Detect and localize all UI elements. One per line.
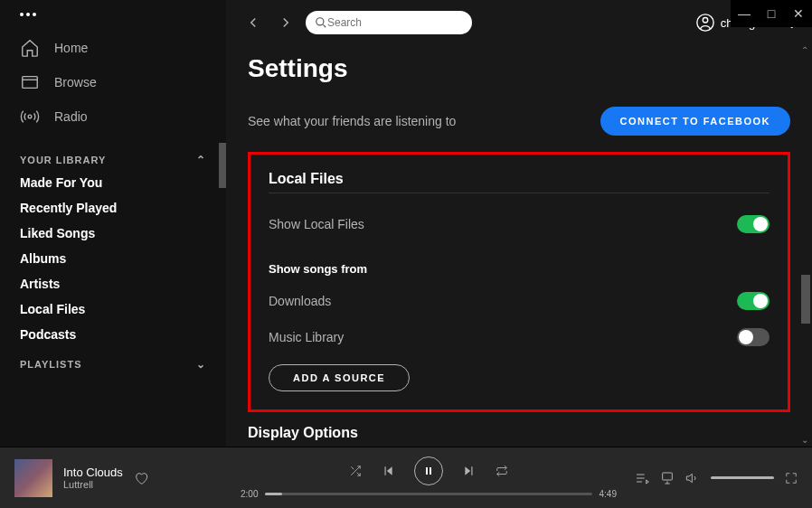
close-button[interactable]: ✕ bbox=[785, 0, 812, 27]
radio-icon bbox=[20, 107, 40, 127]
sidebar-item-liked-songs[interactable]: Liked Songs bbox=[0, 221, 226, 246]
nav-radio[interactable]: Radio bbox=[0, 99, 226, 134]
downloads-toggle[interactable] bbox=[737, 292, 770, 310]
progress-bar[interactable] bbox=[265, 493, 591, 495]
friends-activity-text: See what your friends are listening to bbox=[248, 114, 456, 128]
next-button[interactable] bbox=[463, 465, 476, 477]
sidebar-scrollbar[interactable] bbox=[219, 143, 226, 188]
home-icon bbox=[20, 38, 40, 58]
search-icon bbox=[315, 16, 327, 29]
like-button[interactable] bbox=[134, 471, 148, 485]
duration-time: 4:49 bbox=[600, 489, 617, 499]
repeat-button[interactable] bbox=[496, 465, 508, 477]
svg-rect-5 bbox=[426, 467, 428, 475]
music-library-label: Music Library bbox=[269, 330, 344, 344]
user-icon bbox=[695, 13, 715, 33]
volume-icon[interactable] bbox=[685, 471, 700, 485]
search-input[interactable] bbox=[327, 16, 463, 29]
sidebar-item-podcasts[interactable]: Podcasts bbox=[0, 322, 226, 347]
back-button[interactable] bbox=[241, 10, 266, 35]
window-controls: — □ ✕ bbox=[731, 0, 812, 27]
scroll-thumb[interactable] bbox=[801, 275, 810, 324]
previous-button[interactable] bbox=[382, 465, 394, 477]
connect-facebook-button[interactable]: CONNECT TO FACEBOOK bbox=[600, 107, 790, 136]
scroll-down-icon[interactable]: ⌄ bbox=[801, 435, 808, 445]
nav-browse-label: Browse bbox=[54, 75, 97, 89]
now-playing: Into Clouds Luttrell bbox=[14, 459, 241, 497]
elapsed-time: 2:00 bbox=[241, 489, 258, 499]
local-files-heading: Local Files bbox=[269, 171, 770, 187]
nav-home-label: Home bbox=[54, 41, 88, 55]
show-local-files-label: Show Local Files bbox=[269, 217, 364, 231]
track-title[interactable]: Into Clouds bbox=[63, 466, 123, 479]
shuffle-button[interactable] bbox=[349, 465, 362, 477]
show-local-files-toggle[interactable] bbox=[737, 215, 770, 233]
playlists-heading: PLAYLISTS ⌄ bbox=[0, 347, 226, 374]
more-menu-button[interactable] bbox=[0, 13, 226, 16]
page-title: Settings bbox=[248, 54, 790, 83]
scroll-up-icon[interactable]: ⌃ bbox=[801, 45, 808, 55]
svg-point-2 bbox=[316, 18, 324, 25]
sidebar-item-artists[interactable]: Artists bbox=[0, 271, 226, 296]
devices-button[interactable] bbox=[660, 471, 675, 485]
display-options-heading: Display Options bbox=[248, 425, 790, 441]
chevron-down-icon[interactable]: ⌄ bbox=[196, 358, 206, 371]
pause-button[interactable] bbox=[414, 456, 443, 485]
main-scrollbar[interactable]: ⌃ ⌄ bbox=[798, 45, 812, 508]
sidebar-item-local-files[interactable]: Local Files bbox=[0, 296, 226, 322]
search-box[interactable] bbox=[306, 11, 472, 34]
browse-icon bbox=[20, 72, 40, 92]
music-library-toggle[interactable] bbox=[737, 328, 770, 346]
sidebar-item-albums[interactable]: Albums bbox=[0, 246, 226, 271]
volume-slider[interactable] bbox=[711, 476, 774, 479]
queue-button[interactable] bbox=[635, 471, 649, 485]
downloads-label: Downloads bbox=[269, 294, 331, 308]
chevron-up-icon[interactable]: ⌃ bbox=[196, 154, 206, 166]
divider bbox=[269, 193, 770, 193]
minimize-button[interactable]: — bbox=[731, 0, 758, 27]
sidebar: Home Browse Radio YOUR LIBRARY ⌃ Made Fo… bbox=[0, 0, 226, 508]
svg-point-4 bbox=[703, 18, 708, 24]
player-bar: Into Clouds Luttrell 2:00 4:49 bbox=[0, 447, 812, 508]
track-artist[interactable]: Luttrell bbox=[63, 479, 123, 490]
svg-rect-6 bbox=[430, 467, 431, 475]
show-songs-from-heading: Show songs from bbox=[269, 262, 770, 276]
add-source-button[interactable]: ADD A SOURCE bbox=[269, 364, 410, 391]
nav-home[interactable]: Home bbox=[0, 31, 226, 65]
album-art[interactable] bbox=[14, 459, 52, 497]
nav-radio-label: Radio bbox=[54, 109, 88, 124]
svg-rect-7 bbox=[663, 473, 673, 480]
nav-browse[interactable]: Browse bbox=[0, 65, 226, 99]
local-files-section: Local Files Show Local Files Show songs … bbox=[248, 152, 790, 412]
maximize-button[interactable]: □ bbox=[758, 0, 785, 27]
topbar: chloegibbs ⌄ bbox=[226, 0, 812, 45]
svg-rect-0 bbox=[23, 77, 38, 89]
fullscreen-button[interactable] bbox=[785, 472, 798, 484]
sidebar-item-recently-played[interactable]: Recently Played bbox=[0, 195, 226, 221]
library-heading: YOUR LIBRARY ⌃ bbox=[0, 143, 226, 170]
forward-button[interactable] bbox=[273, 10, 298, 35]
main-content: chloegibbs ⌄ Settings See what your frie… bbox=[226, 0, 812, 508]
svg-point-1 bbox=[28, 115, 32, 118]
sidebar-item-made-for-you[interactable]: Made For You bbox=[0, 170, 226, 195]
